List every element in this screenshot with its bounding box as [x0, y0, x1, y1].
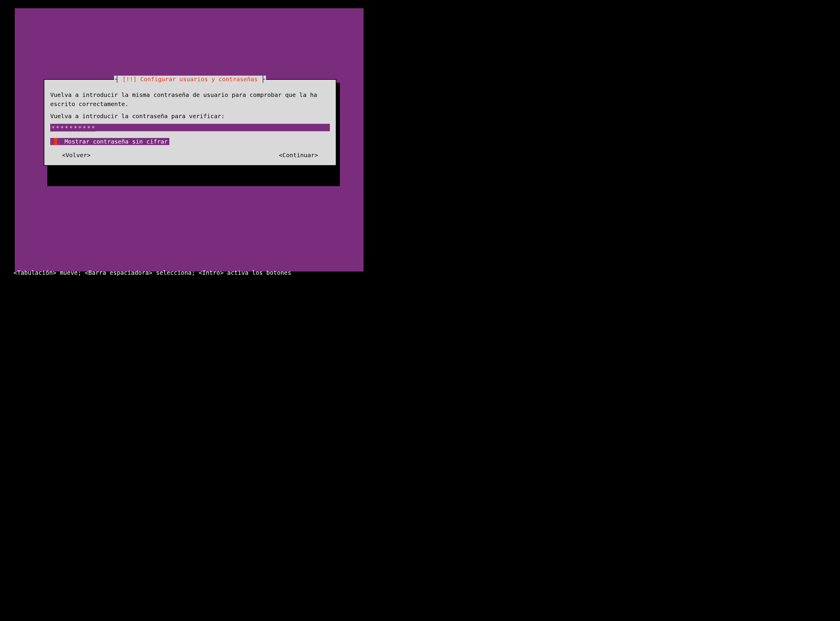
- back-button[interactable]: <Volver>: [62, 151, 91, 159]
- prompt-text: Vuelva a introducir la contraseña para v…: [50, 112, 330, 121]
- instruction-text: Vuelva a introducir la misma contraseña …: [50, 90, 330, 109]
- password-input[interactable]: **********______________________________…: [50, 124, 330, 132]
- dialog-title: ┤ [!!] Configurar usuarios y contraseñas…: [114, 76, 266, 83]
- password-verify-dialog: ┤ [!!] Configurar usuarios y contraseñas…: [44, 79, 337, 166]
- help-footer: <Tabulación> mueve; <Barra espaciadora> …: [14, 269, 291, 276]
- dialog-title-prefix: [!!]: [122, 76, 136, 83]
- checkbox-label: Mostrar contraseña sin cifrar: [64, 138, 168, 145]
- continue-button[interactable]: <Continuar>: [279, 151, 318, 159]
- dialog-title-text: Configurar usuarios y contraseñas: [140, 76, 258, 83]
- show-password-checkbox[interactable]: [ ] Mostrar contraseña sin cifrar: [50, 138, 169, 145]
